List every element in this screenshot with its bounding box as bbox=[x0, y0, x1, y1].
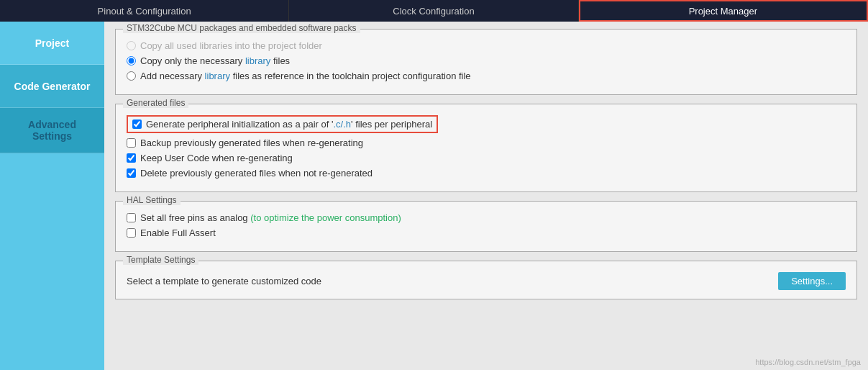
option-copy-necessary: Copy only the necessary library files bbox=[127, 55, 846, 66]
sidebar-item-project[interactable]: Project bbox=[0, 22, 104, 65]
checkbox-delete-files[interactable] bbox=[127, 168, 136, 178]
label-delete-files: Delete previously generated files when n… bbox=[140, 168, 373, 179]
generated-files-legend: Generated files bbox=[123, 98, 188, 108]
radio-copy-all[interactable] bbox=[127, 41, 136, 50]
option-copy-all: Copy all used libraries into the project… bbox=[127, 40, 846, 51]
hal-settings-legend: HAL Settings bbox=[123, 195, 181, 205]
checkbox-keep-user-code[interactable] bbox=[127, 153, 136, 163]
top-nav: Pinout & Configuration Clock Configurati… bbox=[0, 0, 868, 22]
nav-pinout[interactable]: Pinout & Configuration bbox=[0, 0, 289, 22]
label-backup-files: Backup previously generated files when r… bbox=[140, 137, 363, 148]
checkbox-backup-files[interactable] bbox=[127, 138, 136, 148]
label-copy-necessary: Copy only the necessary library files bbox=[140, 55, 290, 66]
option-backup-files: Backup previously generated files when r… bbox=[127, 137, 846, 148]
stm32cube-section: STM32Cube MCU packages and embedded soft… bbox=[115, 29, 857, 95]
label-keep-user-code: Keep User Code when re-generating bbox=[140, 153, 293, 163]
template-settings-legend: Template Settings bbox=[123, 255, 198, 265]
main-layout: Project Code Generator Advanced Settings… bbox=[0, 22, 868, 370]
radio-add-reference[interactable] bbox=[127, 71, 136, 81]
sidebar: Project Code Generator Advanced Settings bbox=[0, 22, 104, 370]
label-gen-peripheral: Generate peripheral initialization as a … bbox=[146, 119, 432, 130]
stm32cube-legend: STM32Cube MCU packages and embedded soft… bbox=[123, 23, 360, 33]
option-gen-peripheral: Generate peripheral initialization as a … bbox=[127, 115, 846, 133]
checkbox-full-assert[interactable] bbox=[127, 228, 136, 238]
hal-settings-section: HAL Settings Set all free pins as analog… bbox=[115, 201, 857, 252]
sidebar-item-advanced-settings[interactable]: Advanced Settings bbox=[0, 108, 104, 153]
nav-clock[interactable]: Clock Configuration bbox=[289, 0, 578, 22]
nav-project-manager[interactable]: Project Manager bbox=[579, 0, 868, 22]
highlighted-checkbox-row: Generate peripheral initialization as a … bbox=[127, 115, 438, 133]
label-add-reference: Add necessary library files as reference… bbox=[140, 71, 471, 81]
label-copy-all: Copy all used libraries into the project… bbox=[140, 40, 322, 51]
sidebar-item-code-generator[interactable]: Code Generator bbox=[0, 65, 104, 108]
option-keep-user-code: Keep User Code when re-generating bbox=[127, 153, 846, 163]
generated-files-section: Generated files Generate peripheral init… bbox=[115, 104, 857, 192]
option-delete-files: Delete previously generated files when n… bbox=[127, 168, 846, 179]
label-free-pins: Set all free pins as analog (to optimize… bbox=[140, 212, 401, 223]
template-content: Select a template to generate customized… bbox=[127, 272, 846, 290]
option-full-assert: Enable Full Assert bbox=[127, 227, 846, 238]
template-description: Select a template to generate customized… bbox=[127, 276, 321, 286]
checkbox-free-pins[interactable] bbox=[127, 213, 136, 222]
stm32cube-options: Copy all used libraries into the project… bbox=[127, 40, 846, 81]
watermark: https://blog.csdn.net/stm_fpga bbox=[755, 358, 861, 366]
option-add-reference: Add necessary library files as reference… bbox=[127, 71, 846, 81]
settings-button[interactable]: Settings... bbox=[778, 272, 846, 290]
content-area: STM32Cube MCU packages and embedded soft… bbox=[104, 22, 868, 370]
generated-files-options: Generate peripheral initialization as a … bbox=[127, 115, 846, 179]
label-full-assert: Enable Full Assert bbox=[140, 227, 216, 238]
hal-options: Set all free pins as analog (to optimize… bbox=[127, 212, 846, 238]
radio-copy-necessary[interactable] bbox=[127, 56, 136, 66]
checkbox-gen-peripheral[interactable] bbox=[132, 119, 142, 129]
option-free-pins: Set all free pins as analog (to optimize… bbox=[127, 212, 846, 223]
template-settings-section: Template Settings Select a template to g… bbox=[115, 261, 857, 299]
